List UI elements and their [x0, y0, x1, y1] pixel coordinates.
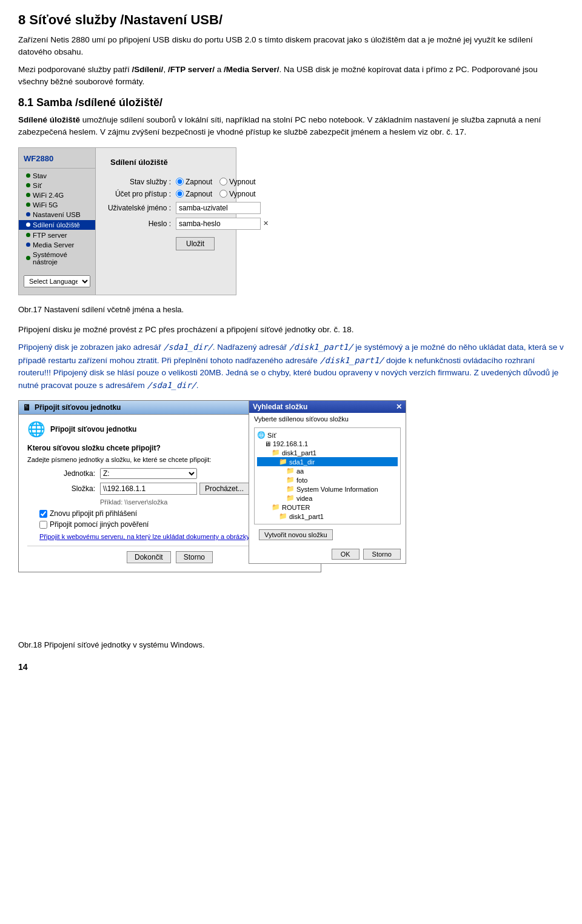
connect2-text5: . — [196, 381, 199, 390]
tree-item-192[interactable]: 🖥 192.168.1.1 — [257, 440, 398, 448]
server-icon: 🖥 — [264, 440, 271, 447]
connect2-sda1b: /sda1_dir/ — [147, 380, 196, 390]
tree-item-sda1[interactable]: 📁 sda1_dir — [257, 457, 398, 466]
heslo-row: Heslo : ✕ — [103, 218, 269, 230]
ucet-vypnout-label[interactable]: Vypnout — [219, 190, 256, 198]
folder-router-icon: 📁 — [272, 503, 280, 511]
slozka-input[interactable] — [100, 483, 197, 495]
sidebar-item-systemove[interactable]: Systémové nástroje — [19, 250, 95, 267]
sidebar-item-ftp[interactable]: FTP server — [19, 230, 95, 240]
sidebar-label-systemove: Systémové nástroje — [33, 251, 90, 266]
folder-ok-button[interactable]: OK — [332, 549, 360, 560]
sidebar-item-media[interactable]: Media Server — [19, 240, 95, 250]
vypnout-radio-label[interactable]: Vypnout — [219, 178, 256, 186]
heslo-label: Heslo : — [103, 219, 176, 228]
page-number: 14 — [18, 661, 564, 674]
dot-icon — [26, 173, 30, 178]
tree-label-aa: aa — [296, 467, 304, 475]
tree-item-aa[interactable]: 📁 aa — [257, 466, 398, 475]
weblink-link[interactable]: Připojit k webovému serveru, na který lz… — [39, 533, 250, 540]
dialog-storno-button[interactable]: Storno — [176, 551, 213, 563]
para-connect1: Připojení disku je možné provést z PC př… — [18, 324, 564, 336]
sidebar-label-sit: Síť — [33, 182, 42, 189]
tree-label-sda1: sda1_dir — [289, 458, 315, 466]
tree-label-sit: Síť — [267, 432, 276, 439]
connect2-text1: Připojený disk je zobrazen jako adresář — [18, 343, 163, 352]
ucet-zapnout-label[interactable]: Zapnout — [176, 190, 212, 198]
zapnout-radio-label[interactable]: Zapnout — [176, 178, 212, 186]
language-selector-wrap[interactable]: Select Language — [19, 272, 95, 291]
panel-title: Sdílení úložiště — [103, 153, 269, 172]
folder-foto-icon: 📁 — [286, 476, 295, 484]
sidebar-item-sdileni-uloziste[interactable]: Sdílení úložiště — [19, 220, 95, 230]
vypnout-label: Vypnout — [229, 178, 256, 186]
ucet-pristup-row: Účet pro přístup : Zapnout Vypnout — [103, 190, 269, 198]
folder-tree[interactable]: 🌐 Síť 🖥 192.168.1.1 📁 disk1_part1 📁 sda1… — [254, 427, 401, 524]
folder-disk1b-icon: 📁 — [279, 512, 287, 520]
tree-label-router: ROUTER — [282, 504, 310, 511]
folder-aa-icon: 📁 — [286, 467, 295, 475]
dialog-title: 🖥 Připojit síťovou jednotku — [22, 403, 121, 412]
ucet-vypnout-radio[interactable] — [219, 190, 227, 198]
sidebar-label-sdileni: Sdílení úložiště — [33, 221, 80, 229]
screenshot18-container: 🖥 Připojit síťovou jednotku ✕ 🌐 Připojit… — [18, 400, 406, 631]
sidebar-label-wifi5g: WiFi 5G — [33, 201, 58, 209]
para2: Mezi podporované služby patří /Sdílení/,… — [18, 64, 564, 89]
heslo-input[interactable] — [176, 218, 261, 230]
ucet-radio-group[interactable]: Zapnout Vypnout — [176, 190, 256, 198]
dot-icon — [26, 193, 30, 197]
router-brand: WF2880 — [19, 152, 95, 169]
dialog-header-text: Připojit síťovou jednotku — [50, 425, 136, 434]
folder-sda1-icon: 📁 — [279, 458, 287, 466]
pomoci-label: Připojit pomocí jiných pověření — [50, 520, 149, 529]
folder-storno-button[interactable]: Storno — [363, 549, 401, 560]
ucet-label: Účet pro přístup : — [103, 190, 176, 198]
router-ui-screenshot: WF2880 Stav Síť WiFi 2.4G WiFi 5G Nastav… — [18, 147, 236, 295]
folder-sysinfo-icon: 📁 — [286, 485, 295, 493]
uzivjmeno-label: Uživatelské jméno : — [103, 204, 176, 212]
connect2-disk1: /disk1_part1/ — [289, 342, 353, 352]
uzivjmeno-input[interactable] — [176, 202, 261, 214]
tree-label-disk1: disk1_part1 — [282, 449, 316, 457]
tree-item-foto[interactable]: 📁 foto — [257, 475, 398, 484]
zapnout-label: Zapnout — [186, 178, 212, 186]
tree-item-disk1b[interactable]: 📁 disk1_part1 — [257, 512, 398, 521]
jednotka-select[interactable]: Z: — [100, 468, 197, 479]
znovu-label: Znovu připojit při přihlášení — [50, 509, 137, 518]
clear-heslo-button[interactable]: ✕ — [263, 219, 269, 227]
computer-icon: 🖥 — [22, 403, 31, 412]
network-drive-icon: 🌐 — [27, 421, 45, 438]
tree-item-sit[interactable]: 🌐 Síť — [257, 430, 398, 440]
zapnout-radio[interactable] — [176, 178, 184, 186]
stav-radio-group[interactable]: Zapnout Vypnout — [176, 178, 256, 186]
sidebar-item-sit[interactable]: Síť — [19, 181, 95, 190]
pomoci-checkbox[interactable] — [39, 521, 47, 529]
sidebar-item-nastaveni-usb[interactable]: Nastavení USB — [19, 210, 95, 219]
language-select[interactable]: Select Language — [24, 275, 90, 287]
sidebar-item-wifi24[interactable]: WiFi 2.4G — [19, 190, 95, 200]
sidebar-item-stav[interactable]: Stav — [19, 171, 95, 181]
tree-item-videa[interactable]: 📁 videa — [257, 494, 398, 503]
procházet-button[interactable]: Procházet... — [199, 483, 249, 495]
heslo-wrap: ✕ — [176, 218, 269, 230]
tree-item-sysinfo[interactable]: 📁 System Volume Information — [257, 484, 398, 494]
stav-sluzby-row: Stav služby : Zapnout Vypnout — [103, 178, 269, 186]
ulozit-button[interactable]: Uložit — [176, 237, 215, 250]
router-main-panel: Sdílení úložiště Stav služby : Zapnout V… — [96, 148, 276, 295]
dokoncit-button[interactable]: Dokončit — [127, 551, 171, 563]
new-folder-button[interactable]: Vytvořit novou složku — [259, 529, 333, 540]
znovu-checkbox[interactable] — [39, 510, 47, 518]
ucet-vypnout-text: Vypnout — [229, 190, 256, 198]
connect2-sda1: /sda1_dir/ — [163, 342, 212, 352]
folder-disk1-icon: 📁 — [272, 449, 280, 457]
dot-blue-icon — [26, 243, 30, 247]
ucet-zapnout-radio[interactable] — [176, 190, 184, 198]
tree-item-router[interactable]: 📁 ROUTER — [257, 503, 398, 512]
folder-close-icon[interactable]: ✕ — [396, 403, 402, 411]
vypnout-radio[interactable] — [219, 178, 227, 186]
tree-item-disk1[interactable]: 📁 disk1_part1 — [257, 448, 398, 457]
sidebar-item-wifi5g[interactable]: WiFi 5G — [19, 200, 95, 210]
section1-para1: Sdílené úložiště umožňuje sdílení soubor… — [18, 114, 564, 139]
caption17: Obr.17 Nastavení sdílení včetně jména a … — [18, 304, 564, 316]
jednotka-label: Jednotka: — [27, 469, 100, 478]
